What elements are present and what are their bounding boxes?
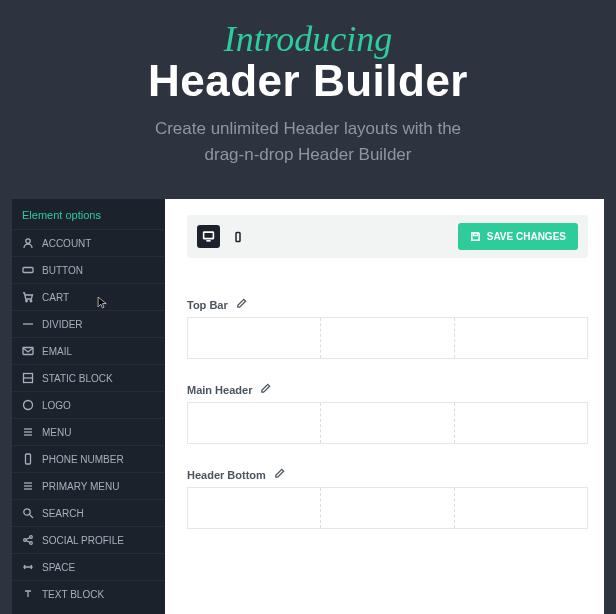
sidebar-item-label: SOCIAL PROFILE xyxy=(42,535,124,546)
mobile-view-button[interactable] xyxy=(226,225,249,248)
section-label-text: Main Header xyxy=(187,384,252,396)
search-icon xyxy=(22,507,34,519)
menu-icon xyxy=(22,480,34,492)
drop-cell[interactable] xyxy=(321,488,454,528)
drop-cell[interactable] xyxy=(321,318,454,358)
edit-icon[interactable] xyxy=(236,298,247,311)
svg-rect-1 xyxy=(23,268,33,273)
subtitle-line: Create unlimited Header layouts with the xyxy=(155,119,461,138)
sidebar-item-divider[interactable]: DIVIDER xyxy=(12,310,165,337)
share-icon xyxy=(22,534,34,546)
sidebar-item-label: ACCOUNT xyxy=(42,238,91,249)
drop-cell[interactable] xyxy=(188,488,321,528)
drop-cell[interactable] xyxy=(455,318,587,358)
sidebar-item-phone-number[interactable]: PHONE NUMBER xyxy=(12,445,165,472)
drop-row[interactable] xyxy=(187,317,588,359)
sidebar-item-label: STATIC BLOCK xyxy=(42,373,113,384)
sidebar-item-label: PRIMARY MENU xyxy=(42,481,119,492)
sidebar-item-label: CART xyxy=(42,292,69,303)
drop-cell[interactable] xyxy=(455,488,587,528)
canvas-toolbar: SAVE CHANGES xyxy=(187,215,588,258)
page-subtitle: Create unlimited Header layouts with the… xyxy=(0,116,616,169)
subtitle-line: drag-n-drop Header Builder xyxy=(205,145,412,164)
phone-icon xyxy=(22,453,34,465)
sidebar-item-menu[interactable]: MENU xyxy=(12,418,165,445)
svg-point-0 xyxy=(26,239,30,243)
block-icon xyxy=(22,372,34,384)
sidebar-item-label: MENU xyxy=(42,427,71,438)
svg-point-3 xyxy=(30,300,32,302)
cursor-icon xyxy=(97,296,110,309)
svg-line-17 xyxy=(30,515,33,518)
edit-icon[interactable] xyxy=(260,383,271,396)
element-options-sidebar: Element options ACCOUNT BUTTON CART DIVI… xyxy=(12,199,165,614)
drop-cell[interactable] xyxy=(321,403,454,443)
svg-point-8 xyxy=(24,401,33,410)
svg-point-16 xyxy=(24,509,30,515)
sidebar-item-primary-menu[interactable]: PRIMARY MENU xyxy=(12,472,165,499)
cart-icon xyxy=(22,291,34,303)
section-label-text: Header Bottom xyxy=(187,469,266,481)
sidebar-item-label: LOGO xyxy=(42,400,71,411)
text-icon xyxy=(22,588,34,600)
svg-rect-23 xyxy=(204,232,214,239)
save-changes-button[interactable]: SAVE CHANGES xyxy=(458,223,578,250)
sidebar-item-label: SEARCH xyxy=(42,508,84,519)
section-label: Top Bar xyxy=(187,298,588,311)
space-icon xyxy=(22,561,34,573)
section-top-bar: Top Bar xyxy=(187,298,588,359)
sidebar-item-label: EMAIL xyxy=(42,346,72,357)
drop-row[interactable] xyxy=(187,487,588,529)
logo-icon xyxy=(22,399,34,411)
page-title: Header Builder xyxy=(0,56,616,106)
header-builder-panel: Element options ACCOUNT BUTTON CART DIVI… xyxy=(12,199,604,614)
sidebar-item-search[interactable]: SEARCH xyxy=(12,499,165,526)
edit-icon[interactable] xyxy=(274,468,285,481)
divider-icon xyxy=(22,318,34,330)
section-label: Header Bottom xyxy=(187,468,588,481)
drop-cell[interactable] xyxy=(188,318,321,358)
svg-line-22 xyxy=(26,541,30,543)
svg-rect-12 xyxy=(26,454,31,464)
sidebar-item-label: TEXT BLOCK xyxy=(42,589,104,600)
user-icon xyxy=(22,237,34,249)
section-header-bottom: Header Bottom xyxy=(187,468,588,529)
sidebar-item-social-profile[interactable]: SOCIAL PROFILE xyxy=(12,526,165,553)
desktop-view-button[interactable] xyxy=(197,225,220,248)
button-icon xyxy=(22,264,34,276)
sidebar-item-label: BUTTON xyxy=(42,265,83,276)
svg-line-21 xyxy=(26,538,30,540)
svg-point-2 xyxy=(26,300,28,302)
sidebar-item-cart[interactable]: CART xyxy=(12,283,165,310)
sidebar-item-logo[interactable]: LOGO xyxy=(12,391,165,418)
mail-icon xyxy=(22,345,34,357)
sidebar-item-email[interactable]: EMAIL xyxy=(12,337,165,364)
sidebar-item-label: SPACE xyxy=(42,562,75,573)
svg-rect-26 xyxy=(473,233,477,236)
sidebar-heading: Element options xyxy=(12,199,165,229)
sidebar-item-static-block[interactable]: STATIC BLOCK xyxy=(12,364,165,391)
section-label: Main Header xyxy=(187,383,588,396)
hero-section: Introducing Header Builder Create unlimi… xyxy=(0,0,616,169)
section-label-text: Top Bar xyxy=(187,299,228,311)
section-main-header: Main Header xyxy=(187,383,588,444)
sidebar-item-label: PHONE NUMBER xyxy=(42,454,124,465)
intro-text: Introducing xyxy=(0,18,616,60)
builder-canvas: SAVE CHANGES Top Bar Main Header xyxy=(165,199,604,614)
sidebar-item-label: DIVIDER xyxy=(42,319,83,330)
menu-icon xyxy=(22,426,34,438)
sidebar-item-account[interactable]: ACCOUNT xyxy=(12,229,165,256)
drop-cell[interactable] xyxy=(455,403,587,443)
drop-row[interactable] xyxy=(187,402,588,444)
save-button-label: SAVE CHANGES xyxy=(487,231,566,242)
sidebar-item-space[interactable]: SPACE xyxy=(12,553,165,580)
sidebar-item-button[interactable]: BUTTON xyxy=(12,256,165,283)
drop-cell[interactable] xyxy=(188,403,321,443)
sidebar-item-text-block[interactable]: TEXT BLOCK xyxy=(12,580,165,607)
svg-rect-25 xyxy=(236,232,240,241)
